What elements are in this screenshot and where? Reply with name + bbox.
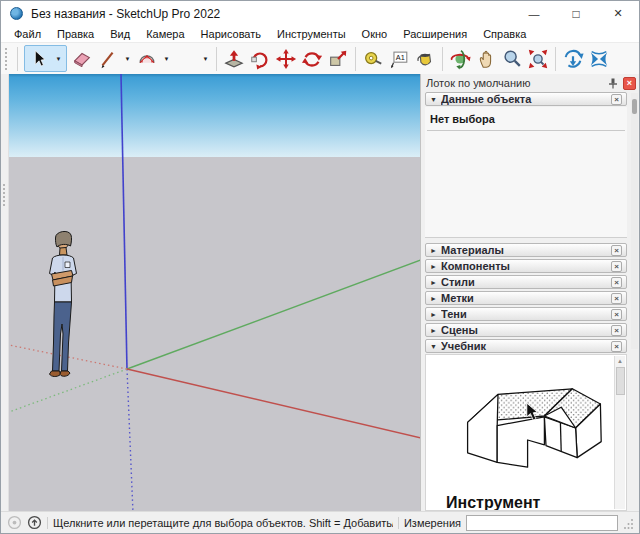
text-tool-icon[interactable]: A1 <box>386 46 412 72</box>
section-close-button[interactable]: × <box>611 341 622 352</box>
scroll-up-icon[interactable]: ▲ <box>617 356 623 367</box>
menu-file[interactable]: Файл <box>6 28 49 40</box>
menu-draw[interactable]: Нарисовать <box>193 28 269 40</box>
push-pull-tool-icon[interactable] <box>221 46 247 72</box>
getting-started-toolbar: ▼ ▼ ▼ ▼ <box>1 42 639 74</box>
svg-text:A1: A1 <box>396 52 405 61</box>
tape-measure-tool-icon[interactable] <box>360 46 386 72</box>
section-close-button[interactable]: × <box>611 325 622 336</box>
minimize-button[interactable]: — <box>513 1 555 26</box>
resize-grip-icon[interactable] <box>624 517 634 529</box>
tutorial-heading-line1: Инструмент <box>446 494 626 511</box>
section-close-button[interactable]: × <box>611 245 622 256</box>
menu-edit[interactable]: Правка <box>49 28 102 40</box>
section-close-button[interactable]: × <box>611 309 622 320</box>
section-styles[interactable]: ► Стили × <box>425 275 627 289</box>
select-tool-dropdown-icon[interactable]: ▼ <box>52 46 65 72</box>
credits-status-icon[interactable] <box>27 515 42 530</box>
rotate-tool-icon[interactable] <box>299 46 325 72</box>
arc-tool-icon[interactable] <box>134 46 160 72</box>
close-button[interactable]: ✕ <box>597 1 639 26</box>
toolbar-separator <box>355 47 356 71</box>
section-components[interactable]: ► Компоненты × <box>425 259 627 273</box>
tray-header: Лоток по умолчанию × <box>421 74 639 91</box>
sketchup-window: Без названия - SketchUp Pro 2022 — □ ✕ Ф… <box>0 0 640 534</box>
section-scenes[interactable]: ► Сцены × <box>425 323 627 337</box>
left-dock-strip <box>1 74 9 511</box>
section-close-button[interactable]: × <box>611 261 622 272</box>
window-controls: — □ ✕ <box>513 1 639 26</box>
line-tool-icon[interactable] <box>95 46 121 72</box>
instructor-scrollbar[interactable]: ▲ <box>614 356 625 509</box>
window-title: Без названия - SketchUp Pro 2022 <box>31 7 220 21</box>
section-tags[interactable]: ► Метки × <box>425 291 627 305</box>
maximize-button[interactable]: □ <box>555 1 597 26</box>
orbit-tool-icon[interactable] <box>447 46 473 72</box>
model-updates-icon[interactable] <box>560 46 586 72</box>
arc-tool-dropdown-icon[interactable]: ▼ <box>160 46 173 72</box>
section-close-button[interactable]: × <box>611 94 622 105</box>
section-close-button[interactable]: × <box>611 293 622 304</box>
menu-tools[interactable]: Инструменты <box>269 28 354 40</box>
menu-help[interactable]: Справка <box>475 28 534 40</box>
toolbar-separator <box>216 47 217 71</box>
geolocation-status-icon[interactable] <box>7 515 22 530</box>
toolbar-separator <box>555 47 556 71</box>
menu-window[interactable]: Окно <box>354 28 396 40</box>
section-close-button[interactable]: × <box>611 277 622 288</box>
chevron-right-icon: ► <box>430 247 441 254</box>
eraser-tool-icon[interactable] <box>69 46 95 72</box>
chevron-right-icon: ► <box>430 327 441 334</box>
menu-extensions[interactable]: Расширения <box>395 28 475 40</box>
modeling-viewport[interactable] <box>9 74 420 511</box>
tray-title: Лоток по умолчанию <box>426 77 606 89</box>
select-tool-group: ▼ <box>24 45 67 72</box>
chevron-down-icon: ▼ <box>430 343 441 350</box>
tray-pin-icon[interactable] <box>606 77 620 90</box>
section-entity-info[interactable]: ▼ Данные объекта × <box>425 92 627 106</box>
pan-tool-icon[interactable] <box>473 46 499 72</box>
scale-figure <box>37 226 87 386</box>
default-tray-panel: Лоток по умолчанию × ▼ Данные объекта × … <box>420 74 639 511</box>
toolbar-drag-handle[interactable] <box>5 48 11 70</box>
status-separator <box>398 517 399 529</box>
toolbar-separator <box>442 47 443 71</box>
move-tool-icon[interactable] <box>273 46 299 72</box>
menu-camera[interactable]: Камера <box>138 28 192 40</box>
title-bar: Без названия - SketchUp Pro 2022 — □ ✕ <box>1 1 639 26</box>
chevron-right-icon: ► <box>430 295 441 302</box>
extension-warehouse-icon[interactable] <box>586 46 612 72</box>
scrollbar-thumb[interactable] <box>632 99 637 114</box>
line-tool-dropdown-icon[interactable]: ▼ <box>121 46 134 72</box>
tutorial-heading: Инструмент «Выбрать» <box>426 494 626 511</box>
spacer <box>425 238 627 242</box>
tray-scrollbar[interactable] <box>631 93 638 349</box>
shapes-tool-dropdown-icon[interactable]: ▼ <box>199 46 212 72</box>
section-instructor[interactable]: ▼ Учебник × <box>425 339 627 353</box>
tray-close-button[interactable]: × <box>623 77 636 90</box>
follow-me-tool-icon[interactable] <box>247 46 273 72</box>
scale-tool-icon[interactable] <box>325 46 351 72</box>
scrollbar-thumb[interactable] <box>616 367 625 395</box>
chevron-right-icon: ► <box>430 311 441 318</box>
section-materials[interactable]: ► Материалы × <box>425 243 627 257</box>
zoom-extents-tool-icon[interactable] <box>525 46 551 72</box>
measurements-input[interactable] <box>466 515 618 531</box>
entity-info-content: Нет выбора <box>425 107 627 238</box>
chevron-down-icon: ▼ <box>430 96 441 103</box>
chevron-right-icon: ► <box>430 279 441 286</box>
dock-drag-handle[interactable] <box>3 184 6 206</box>
tutorial-house-illustration <box>450 368 618 480</box>
instructor-content: Инструмент «Выбрать» ▲ <box>425 354 627 511</box>
status-separator <box>47 517 48 529</box>
shapes-tool-icon[interactable] <box>173 46 199 72</box>
section-shadows[interactable]: ► Тени × <box>425 307 627 321</box>
tray-body: ▼ Данные объекта × Нет выбора ► Материал… <box>421 91 639 511</box>
paint-bucket-tool-icon[interactable] <box>412 46 438 72</box>
measurements-label: Измерения <box>404 517 461 529</box>
zoom-tool-icon[interactable] <box>499 46 525 72</box>
menu-view[interactable]: Вид <box>102 28 138 40</box>
select-tool-icon[interactable] <box>26 46 52 72</box>
toolbar-separator <box>17 47 18 71</box>
main-area: Лоток по умолчанию × ▼ Данные объекта × … <box>1 74 639 511</box>
